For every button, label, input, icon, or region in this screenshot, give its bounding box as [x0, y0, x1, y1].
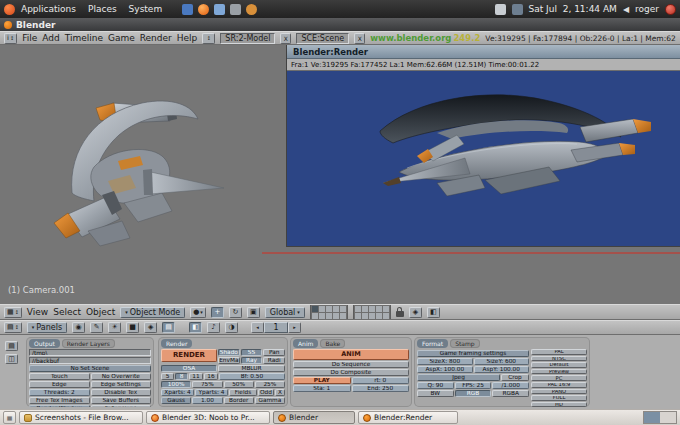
filter-menu[interactable]: Gauss: [161, 397, 191, 404]
game-framing-button[interactable]: Game framing settings: [417, 350, 529, 357]
xparts-field[interactable]: Xparts: 4: [161, 389, 194, 396]
threads-field[interactable]: Threads: 2: [29, 389, 90, 396]
osa-16-button[interactable]: 16: [204, 373, 218, 380]
odd-toggle[interactable]: Odd: [258, 389, 274, 396]
output-dir-field[interactable]: /tmp\: [29, 349, 151, 356]
size-25-button[interactable]: 25%: [255, 381, 285, 388]
orientation-selector[interactable]: Global ▾: [265, 307, 305, 318]
sizey-field[interactable]: SizeY: 600: [474, 358, 530, 365]
crop-toggle[interactable]: Crop: [501, 374, 529, 381]
file-menu[interactable]: File: [22, 33, 37, 43]
spaceship-model[interactable]: [54, 101, 224, 246]
size-50-button[interactable]: 50%: [224, 381, 254, 388]
render-window-titlebar[interactable]: Blender:Render: [287, 45, 680, 59]
size-75-button[interactable]: 75%: [192, 381, 222, 388]
context-shading-button[interactable]: ☀: [108, 322, 121, 333]
rgba-toggle[interactable]: RGBA: [492, 390, 529, 397]
set-scene-menu[interactable]: No Set Scene: [29, 365, 151, 372]
workspace-2[interactable]: [660, 412, 676, 423]
tab-render-layers[interactable]: Render Layers: [62, 339, 115, 348]
preset-ntsc-button[interactable]: NTSC: [531, 356, 587, 362]
pano-toggle[interactable]: Pan: [263, 349, 285, 356]
window-titlebar[interactable]: Blender: [0, 18, 680, 31]
save-buffers-toggle[interactable]: Save Buffers: [91, 397, 152, 404]
quality-field[interactable]: Q: 90: [417, 382, 454, 389]
render-result[interactable]: [287, 71, 680, 246]
render-preview-button[interactable]: ◧: [427, 307, 440, 318]
radio-toggle[interactable]: Radi: [263, 357, 285, 364]
username[interactable]: roger: [635, 4, 659, 14]
timeline-menu[interactable]: Timeline: [65, 33, 103, 43]
start-frame-field[interactable]: Sta: 1: [293, 385, 351, 392]
fps-base-field[interactable]: /1.000: [492, 382, 529, 389]
touch-toggle[interactable]: Touch: [29, 373, 90, 380]
firefox-launcher-icon[interactable]: [198, 4, 209, 15]
preset-preview-button[interactable]: Preview: [531, 369, 587, 375]
places-menu[interactable]: Places: [82, 4, 123, 14]
3d-viewport[interactable]: (1) Camera.001 Blender:Render Fra:1 Ve:3…: [0, 45, 680, 304]
screen-delete-button[interactable]: X: [280, 33, 291, 44]
do-composite-toggle[interactable]: Do Composite: [293, 369, 409, 376]
panel-overlap-icon[interactable]: ◫: [5, 354, 18, 364]
blur-factor-field[interactable]: Bf: 0.50: [219, 373, 285, 380]
object-menu[interactable]: Object: [86, 307, 115, 317]
lock-icon[interactable]: [396, 311, 404, 317]
screen-selector[interactable]: SR:2-Model: [220, 33, 275, 44]
launcher-icon-4[interactable]: [246, 4, 257, 15]
render-button[interactable]: RENDER: [161, 349, 217, 362]
workspace-1[interactable]: [644, 412, 660, 423]
task-blender[interactable]: Blender: [273, 411, 355, 424]
render-menu[interactable]: Render: [140, 33, 172, 43]
preset-pal-button[interactable]: PAL: [531, 349, 587, 355]
free-tex-images-toggle[interactable]: Free Tex Images: [29, 397, 90, 404]
preset-pal169-button[interactable]: PAL 16:9: [531, 382, 587, 388]
aspy-field[interactable]: AspY: 100.00: [474, 366, 530, 373]
ray-toggle[interactable]: Ray: [241, 357, 263, 364]
preset-pano-button[interactable]: PANO: [531, 389, 587, 395]
tab-format[interactable]: Format: [417, 339, 448, 348]
context-logic-button[interactable]: ◉: [72, 322, 85, 333]
preset-hd-button[interactable]: HD: [531, 402, 587, 407]
preset-default-button[interactable]: Default: [531, 362, 587, 368]
no-overwrite-toggle[interactable]: No Overwrite: [91, 373, 152, 380]
tab-bake[interactable]: Bake: [320, 339, 345, 348]
tab-render[interactable]: Render: [161, 339, 192, 348]
power-icon[interactable]: [665, 4, 676, 15]
scene-delete-button[interactable]: X: [354, 33, 365, 44]
preset-pc-button[interactable]: PC: [531, 375, 587, 381]
clock[interactable]: Sat Jul 2, 11:44 AM: [529, 4, 617, 14]
mblur-toggle[interactable]: MBLUR: [218, 365, 285, 372]
task-file-browser[interactable]: Screenshots - File Brow...: [19, 411, 143, 424]
fields-x-toggle[interactable]: X: [275, 389, 285, 396]
subcontext-sound-button[interactable]: ◑: [225, 322, 238, 333]
volume-icon[interactable]: ◀: [623, 5, 629, 14]
border-toggle[interactable]: Border: [224, 397, 254, 404]
layer-buttons-right[interactable]: [353, 304, 391, 320]
bw-toggle[interactable]: BW: [417, 390, 454, 397]
sizex-field[interactable]: SizeX: 800: [417, 358, 473, 365]
osa-toggle[interactable]: OSA: [161, 365, 217, 372]
add-menu[interactable]: Add: [42, 33, 59, 43]
ubuntu-logo-icon[interactable]: [4, 4, 15, 15]
play-button[interactable]: PLAY: [293, 377, 351, 384]
editor-type-selector[interactable]: ▦ ↕: [4, 307, 22, 318]
current-frame-field[interactable]: 1: [264, 322, 288, 333]
scene-selector[interactable]: SCE:Scene: [296, 33, 349, 44]
show-desktop-button[interactable]: ▦: [3, 411, 16, 424]
tab-stamp[interactable]: Stamp: [450, 339, 480, 348]
task-blender-render[interactable]: Blender:Render: [358, 411, 458, 424]
subcontext-render-button[interactable]: ◧: [189, 322, 202, 333]
edge-settings-button[interactable]: Edge Settings: [91, 381, 152, 388]
context-editing-button[interactable]: ◈: [144, 322, 157, 333]
panels-menu[interactable]: ▾ Panels: [27, 322, 67, 333]
manipulator-scale-toggle[interactable]: ▣: [247, 307, 260, 318]
frame-step-forward-button[interactable]: ▸: [288, 322, 301, 333]
applications-menu[interactable]: Applications: [15, 4, 82, 14]
frame-step-back-button[interactable]: ◂: [251, 322, 264, 333]
subcontext-anim-button[interactable]: ♪: [207, 322, 220, 333]
backbuf-field[interactable]: //backbuf: [29, 357, 151, 364]
network-icon[interactable]: [512, 4, 523, 15]
shadow-toggle[interactable]: Shado: [218, 349, 240, 356]
screen-browse-button[interactable]: ↕: [202, 33, 215, 44]
layer-buttons-left[interactable]: [310, 304, 348, 320]
